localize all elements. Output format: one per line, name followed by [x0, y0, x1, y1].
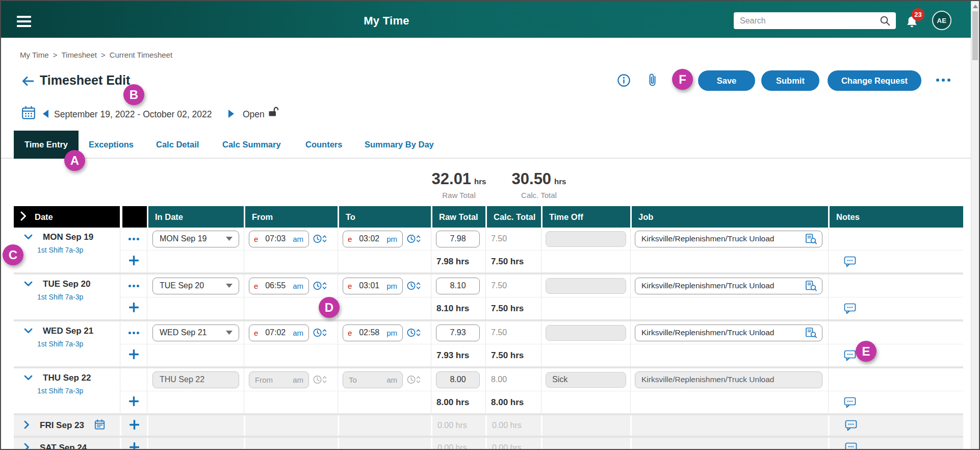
row-expand-icon[interactable]: [24, 443, 30, 450]
app-title: My Time: [336, 14, 437, 28]
clock-transfer-icon: [406, 374, 421, 385]
tab-calc-detail[interactable]: Calc Detail: [156, 131, 199, 159]
in-date-value: THU Sep 22: [153, 375, 239, 384]
tab-counters[interactable]: Counters: [305, 131, 342, 159]
row-collapse-icon[interactable]: [24, 233, 33, 242]
edited-flag: e: [348, 329, 352, 337]
to-meridiem: pm: [386, 329, 397, 337]
back-arrow-icon[interactable]: [21, 76, 34, 89]
annotation-badge-f: F: [672, 69, 693, 90]
info-icon[interactable]: [617, 73, 631, 89]
attachment-paperclip-icon[interactable]: [648, 72, 657, 89]
add-entry-button[interactable]: [129, 396, 139, 408]
job-field[interactable]: Kirksville/Replenishmen/Truck Unload: [635, 324, 822, 341]
chevron-down-icon: [226, 237, 233, 241]
time-off-field[interactable]: [546, 325, 626, 341]
tab-calc-summary[interactable]: Calc Summary: [222, 131, 281, 159]
column-header-in-date: In Date: [147, 206, 244, 228]
in-date-select[interactable]: WED Sep 21: [152, 324, 239, 341]
change-request-button[interactable]: Change Request: [828, 70, 921, 91]
tab-exceptions[interactable]: Exceptions: [89, 131, 134, 159]
raw-total-input[interactable]: 8.10: [436, 278, 480, 294]
unlock-icon: [268, 106, 279, 119]
notes-comment-icon[interactable]: [844, 397, 856, 408]
table-row-collapsed: FRI Sep 23 0.00 hrs 0.00 hrs: [14, 415, 963, 438]
calendar-icon[interactable]: [21, 106, 36, 122]
row-menu-icon[interactable]: [128, 238, 139, 240]
clock-transfer-icon[interactable]: [313, 328, 327, 338]
row-collapse-icon[interactable]: [24, 327, 33, 336]
clock-transfer-icon[interactable]: [406, 281, 421, 291]
next-period-icon[interactable]: [228, 110, 234, 120]
tab-summary-by-day[interactable]: Summary By Day: [365, 131, 434, 159]
calc-total-cell: 8.00: [486, 375, 507, 384]
row-collapse-icon[interactable]: [24, 280, 33, 289]
day-raw-total: 8.10 hrs: [431, 304, 469, 314]
expand-all-icon[interactable]: [20, 211, 27, 223]
add-entry-button[interactable]: [130, 420, 139, 432]
row-collapse-icon[interactable]: [24, 373, 33, 383]
day-raw-total: 0.00 hrs: [432, 421, 467, 430]
vertical-scrollbar[interactable]: [971, 1, 979, 449]
notes-comment-icon[interactable]: [844, 256, 856, 267]
submit-button[interactable]: Submit: [761, 70, 819, 91]
clock-transfer-icon[interactable]: [313, 234, 327, 244]
job-search-icon[interactable]: [805, 233, 817, 245]
from-time-field[interactable]: e 07:02 am: [249, 324, 309, 341]
job-field-disabled: Kirksville/Replenishmen/Truck Unload: [635, 371, 822, 388]
notes-comment-icon[interactable]: [844, 350, 856, 361]
add-entry-button[interactable]: [129, 349, 139, 361]
job-field[interactable]: Kirksville/Replenishmen/Truck Unload: [635, 278, 822, 294]
row-menu-icon[interactable]: [128, 285, 139, 287]
raw-total-input[interactable]: 7.93: [436, 324, 480, 341]
raw-total-summary: 32.01hrs Raw Total: [418, 170, 500, 199]
date-cell: SAT Sep 24: [14, 438, 120, 450]
edited-flag: e: [348, 235, 352, 243]
notes-comment-icon[interactable]: [845, 420, 857, 431]
row-menu-icon[interactable]: [128, 332, 139, 334]
clock-transfer-icon[interactable]: [406, 328, 421, 338]
clock-transfer-icon[interactable]: [313, 281, 327, 291]
to-time-field[interactable]: e 03:01 pm: [343, 278, 403, 294]
from-time-field[interactable]: e 07:03 am: [249, 231, 309, 247]
more-options-button[interactable]: [936, 79, 950, 82]
notes-cell: [828, 274, 963, 297]
search-icon[interactable]: [880, 15, 891, 29]
raw-total-input[interactable]: 7.98: [436, 231, 480, 247]
job-search-icon[interactable]: [805, 327, 817, 339]
to-time-field[interactable]: e 02:58 pm: [343, 324, 403, 341]
time-off-field[interactable]: [546, 278, 626, 294]
add-entry-button[interactable]: [130, 442, 139, 450]
breadcrumb-my-time[interactable]: My Time: [20, 51, 49, 59]
row-expand-icon[interactable]: [24, 420, 30, 431]
scroll-up-icon[interactable]: [973, 5, 978, 8]
time-off-field[interactable]: [546, 231, 626, 247]
job-search-icon[interactable]: [805, 280, 817, 292]
chevron-down-icon: [226, 331, 233, 335]
notes-comment-icon[interactable]: [844, 303, 856, 314]
in-date-select[interactable]: MON Sep 19: [152, 231, 239, 247]
add-entry-button[interactable]: [129, 256, 139, 267]
job-field[interactable]: Kirksville/Replenishmen/Truck Unload: [635, 231, 822, 247]
search-input[interactable]: [734, 16, 896, 26]
clock-transfer-icon[interactable]: [406, 234, 421, 244]
to-meridiem: am: [386, 376, 397, 384]
scrollbar-thumb[interactable]: [972, 11, 978, 60]
add-entry-button[interactable]: [129, 303, 139, 314]
notification-count-badge[interactable]: 23: [912, 8, 924, 21]
menu-icon[interactable]: [17, 16, 31, 27]
breadcrumb-timesheet[interactable]: Timesheet: [61, 51, 96, 59]
in-date-select[interactable]: TUE Sep 20: [152, 278, 239, 294]
avatar[interactable]: AE: [932, 11, 951, 30]
date-cell: TUE Sep 20 1st Shift 7a-3p: [14, 274, 120, 319]
to-time-field[interactable]: e 03:02 pm: [343, 231, 403, 247]
day-raw-total: 0.00 hrs: [432, 443, 467, 450]
annotation-badge-d: D: [319, 297, 340, 318]
day-label: SAT Sep 24: [40, 443, 87, 450]
edited-flag: e: [254, 235, 258, 243]
schedule-calendar-icon[interactable]: [94, 419, 105, 432]
from-time-field[interactable]: e 06:55 am: [249, 278, 309, 294]
previous-period-icon[interactable]: [43, 110, 48, 120]
notes-comment-icon[interactable]: [845, 442, 857, 450]
save-button[interactable]: Save: [698, 70, 755, 91]
